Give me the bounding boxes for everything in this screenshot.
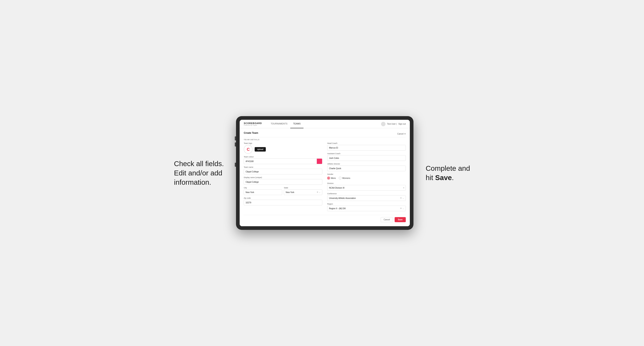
page-header-row: Create Team Cancel ✕	[244, 132, 406, 136]
annotation-left: Check all fields. Edit and/or add inform…	[174, 159, 224, 187]
tablet-screen: SCOREBOARD Powered by clippd TOURNAMENTS…	[240, 120, 410, 226]
conference-arrow-icon: ⌄	[402, 197, 404, 199]
tablet-frame: SCOREBOARD Powered by clippd TOURNAMENTS…	[236, 116, 414, 230]
color-field-wrapper	[244, 159, 322, 164]
conference-select[interactable]: University Athletic Association ✕ ⌄	[327, 195, 406, 201]
athletic-director-label: Athletic Director	[327, 163, 406, 165]
state-clear-btn[interactable]: ✕	[317, 191, 318, 193]
region-group: Region Region II - (M) DIII ✕ ⌄	[327, 203, 406, 211]
gender-womens-radio[interactable]	[339, 177, 342, 179]
team-logo-label: Team logo	[244, 142, 322, 144]
city-input[interactable]	[244, 189, 282, 195]
state-value: New York	[286, 191, 316, 193]
nav-link-tournaments[interactable]: TOURNAMENTS	[268, 120, 290, 128]
region-select[interactable]: Region II - (M) DIII ✕ ⌄	[327, 205, 406, 211]
gender-mens-radio[interactable]	[327, 177, 330, 179]
conference-clear-btn[interactable]: ✕	[400, 197, 402, 199]
athletic-director-input[interactable]	[327, 166, 406, 171]
zip-code-group: Zip code	[244, 197, 322, 205]
team-name-input[interactable]	[244, 169, 322, 174]
user-avatar	[381, 122, 386, 126]
conference-label: Conference	[327, 193, 406, 195]
team-colour-label: Team colour	[244, 156, 322, 158]
cancel-header-button[interactable]: Cancel ✕	[397, 133, 406, 135]
navbar: SCOREBOARD Powered by clippd TOURNAMENTS…	[240, 120, 410, 128]
assistant-coach-label: Assistant Coach	[327, 153, 406, 155]
state-field-group: State New York ✕ ⌄	[284, 187, 322, 195]
zip-input[interactable]	[244, 200, 322, 205]
team-name-group: Team name	[244, 166, 322, 174]
city-state-group: City State New York ✕ ⌄	[244, 187, 322, 195]
state-arrow-icon: ⌄	[319, 191, 320, 193]
form-left-column: Team logo C Upload Team colour	[244, 142, 322, 213]
save-button[interactable]: Save	[394, 217, 406, 222]
form-footer: Cancel Save	[244, 215, 406, 223]
side-button-2	[235, 143, 236, 147]
head-coach-group: Head Coach	[327, 142, 406, 151]
nav-right: Test User | Sign out	[381, 122, 406, 126]
color-swatch[interactable]	[317, 159, 322, 164]
team-colour-input[interactable]	[244, 159, 317, 164]
sign-out-link[interactable]: Sign out	[398, 123, 406, 125]
team-name-label: Team name	[244, 166, 322, 168]
form-grid: Team logo C Upload Team colour	[244, 142, 406, 213]
gender-group: Gender Mens Womens	[327, 173, 406, 180]
brand: SCOREBOARD Powered by clippd	[244, 122, 262, 126]
team-colour-group: Team colour	[244, 156, 322, 164]
nav-links: TOURNAMENTS TEAMS	[268, 120, 381, 128]
brand-title: SCOREBOARD	[244, 122, 262, 124]
conference-group: Conference University Athletic Associati…	[327, 193, 406, 201]
main-content: Create Team Cancel ✕ TEAM DETAILS Team l…	[240, 128, 410, 226]
region-arrow-icon: ⌄	[402, 208, 404, 209]
logo-circle: C	[244, 145, 252, 154]
section-label: TEAM DETAILS	[244, 137, 406, 142]
user-name: Test User |	[387, 123, 397, 125]
form-right-column: Head Coach Assistant Coach Athletic Dire…	[327, 142, 406, 213]
cancel-button[interactable]: Cancel	[381, 217, 393, 222]
athletic-director-group: Athletic Director	[327, 163, 406, 171]
brand-sub: Powered by clippd	[244, 124, 262, 126]
region-label: Region	[327, 203, 406, 205]
division-label: Division	[327, 182, 406, 184]
state-select[interactable]: New York ✕ ⌄	[284, 189, 322, 195]
head-coach-input[interactable]	[327, 145, 406, 151]
zip-label: Zip code	[244, 197, 322, 199]
upload-button[interactable]: Upload	[255, 147, 266, 152]
nav-link-teams[interactable]: TEAMS	[290, 120, 304, 128]
team-logo-group: Team logo C Upload	[244, 142, 322, 154]
city-state-row: City State New York ✕ ⌄	[244, 187, 322, 195]
head-coach-label: Head Coach	[327, 142, 406, 144]
gender-womens-option[interactable]: Womens	[339, 177, 350, 179]
assistant-coach-group: Assistant Coach	[327, 153, 406, 161]
city-field-group: City	[244, 187, 282, 195]
page-title: Create Team	[244, 132, 258, 134]
side-button-3	[235, 163, 236, 167]
gender-mens-option[interactable]: Mens	[327, 177, 336, 179]
division-select[interactable]: NCAA Division III	[327, 185, 406, 191]
display-name-label: Display name (unique)	[244, 176, 322, 178]
display-name-input[interactable]	[244, 179, 322, 185]
assistant-coach-input[interactable]	[327, 155, 406, 161]
annotation-right: Complete and hit Save.	[426, 164, 470, 182]
logo-area: C Upload	[244, 145, 322, 154]
state-label: State	[284, 187, 322, 189]
city-label: City	[244, 187, 282, 189]
display-name-group: Display name (unique)	[244, 176, 322, 185]
side-button-1	[235, 136, 236, 141]
region-value: Region II - (M) DIII	[329, 207, 399, 210]
division-select-wrapper: NCAA Division III ▾	[327, 185, 406, 191]
gender-label: Gender	[327, 173, 406, 175]
conference-value: University Athletic Association	[329, 197, 399, 199]
gender-radio-group: Mens Womens	[327, 176, 406, 180]
region-clear-btn[interactable]: ✕	[400, 207, 402, 209]
division-group: Division NCAA Division III ▾	[327, 182, 406, 191]
